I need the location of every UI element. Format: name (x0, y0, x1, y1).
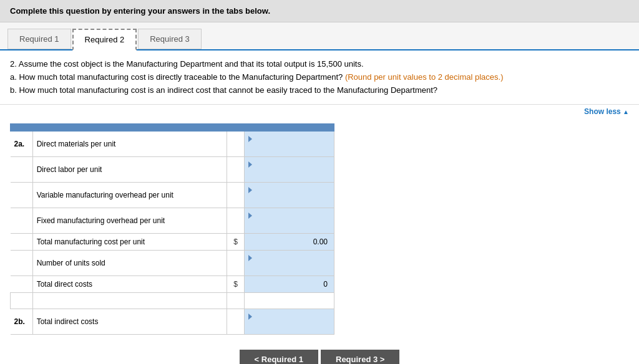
row-label-fixed-overhead: Fixed manufacturing overhead per unit (32, 208, 227, 234)
input-total-mfg-cost[interactable] (248, 236, 330, 247)
table-row: Number of units sold (11, 251, 334, 276)
question-line1: 2. Assume the cost object is the Manufac… (10, 58, 629, 71)
show-less-arrow: ▲ (623, 108, 629, 115)
empty-cell2 (32, 293, 227, 309)
input-fixed-overhead[interactable] (248, 219, 330, 231)
input-variable-overhead[interactable] (248, 194, 330, 205)
row-id-blank6 (11, 276, 33, 293)
header-text: Complete this question by entering your … (10, 6, 270, 16)
row-id-blank5 (11, 251, 33, 276)
row-id-2b: 2b. (11, 309, 33, 335)
table-row: 2a. Direct materials per unit (11, 132, 334, 157)
triangle-icon (248, 187, 252, 193)
tabs-container: Required 1 Required 2 Required 3 (0, 22, 639, 50)
tab-required1-label: Required 1 (19, 34, 59, 44)
row-input-direct-materials[interactable] (245, 132, 334, 157)
row-label-total-direct-costs: Total direct costs (32, 276, 227, 293)
header-banner: Complete this question by entering your … (0, 0, 639, 22)
row-label-direct-labor: Direct labor per unit (32, 157, 227, 183)
nav-button-required3[interactable]: Required 3 > (321, 350, 399, 364)
row-dollar-direct-materials (227, 132, 245, 157)
empty-cell3 (227, 293, 245, 309)
table-row: 2b. Total indirect costs (11, 309, 334, 335)
empty-row (11, 293, 334, 309)
row-label-direct-materials: Direct materials per unit (32, 132, 227, 157)
tab-required3-label: Required 3 (150, 34, 190, 44)
header-num-cell (11, 124, 33, 132)
triangle-icon (248, 314, 252, 320)
row-dollar-total-direct: $ (227, 276, 245, 293)
table-row: Fixed manufacturing overhead per unit (11, 208, 334, 234)
table-row: Total direct costs $ (11, 276, 334, 293)
show-less-button[interactable]: Show less ▲ (0, 105, 639, 118)
data-table: 2a. Direct materials per unit Direct lab… (10, 123, 334, 335)
table-header-row (11, 124, 334, 132)
row-dollar-total-mfg: $ (227, 234, 245, 251)
triangle-icon (248, 161, 252, 168)
table-section: 2a. Direct materials per unit Direct lab… (0, 118, 639, 340)
input-units-sold[interactable] (248, 262, 330, 273)
row-input-units-sold[interactable] (245, 251, 334, 276)
row-label-total-indirect: Total indirect costs (32, 309, 227, 335)
triangle-icon (248, 136, 252, 142)
nav-button-required3-label: Required 3 > (336, 355, 384, 364)
empty-cell1 (11, 293, 33, 309)
row-input-variable-overhead[interactable] (245, 183, 334, 208)
row-dollar-fixed-overhead (227, 208, 245, 234)
row-id-2a: 2a. (11, 132, 33, 157)
nav-buttons-container: < Required 1 Required 3 > (0, 340, 639, 364)
row-id-blank4 (11, 234, 33, 251)
row-dollar-total-indirect (227, 309, 245, 335)
row-input-total-mfg[interactable] (245, 234, 334, 251)
empty-cell4 (245, 293, 334, 309)
row-label-variable-overhead: Variable manufacturing overhead per unit (32, 183, 227, 208)
tab-required2-label: Required 2 (85, 35, 125, 44)
tab-required1[interactable]: Required 1 (7, 29, 71, 49)
nav-button-required1-label: < Required 1 (255, 355, 303, 364)
row-dollar-variable-overhead (227, 183, 245, 208)
row-label-total-mfg-cost: Total manufacturing cost per unit (32, 234, 227, 251)
question-line2a: a. How much total manufacturing cost is … (10, 71, 629, 84)
tab-required2[interactable]: Required 2 (72, 29, 137, 50)
input-total-direct-costs[interactable] (248, 279, 330, 290)
input-direct-materials[interactable] (248, 143, 330, 154)
table-row: Direct labor per unit (11, 157, 334, 183)
question-area: 2. Assume the cost object is the Manufac… (0, 50, 639, 105)
row-dollar-units-sold (227, 251, 245, 276)
row-id-blank2 (11, 183, 33, 208)
nav-button-required1[interactable]: < Required 1 (240, 350, 318, 364)
question-line2a-prefix: a. How much total manufacturing cost is … (10, 72, 343, 82)
row-input-direct-labor[interactable] (245, 157, 334, 183)
input-direct-labor[interactable] (248, 168, 330, 180)
row-input-total-direct[interactable] (245, 276, 334, 293)
tab-required3[interactable]: Required 3 (138, 29, 202, 49)
row-dollar-direct-labor (227, 157, 245, 183)
table-row: Variable manufacturing overhead per unit (11, 183, 334, 208)
row-input-total-indirect[interactable] (245, 309, 334, 335)
header-dollar-cell (227, 124, 245, 132)
row-id-blank3 (11, 208, 33, 234)
question-line2b: b. How much total manufacturing cost is … (10, 84, 629, 97)
triangle-icon (248, 213, 252, 219)
table-row: Total manufacturing cost per unit $ (11, 234, 334, 251)
triangle-icon (248, 255, 252, 261)
show-less-label: Show less (584, 107, 621, 116)
row-input-fixed-overhead[interactable] (245, 208, 334, 234)
row-label-units-sold: Number of units sold (32, 251, 227, 276)
header-label-cell (32, 124, 227, 132)
question-line2a-orange: (Round per unit values to 2 decimal plac… (343, 72, 503, 82)
input-total-indirect-costs[interactable] (248, 320, 330, 332)
row-id-blank1 (11, 157, 33, 183)
header-input-cell (245, 124, 334, 132)
